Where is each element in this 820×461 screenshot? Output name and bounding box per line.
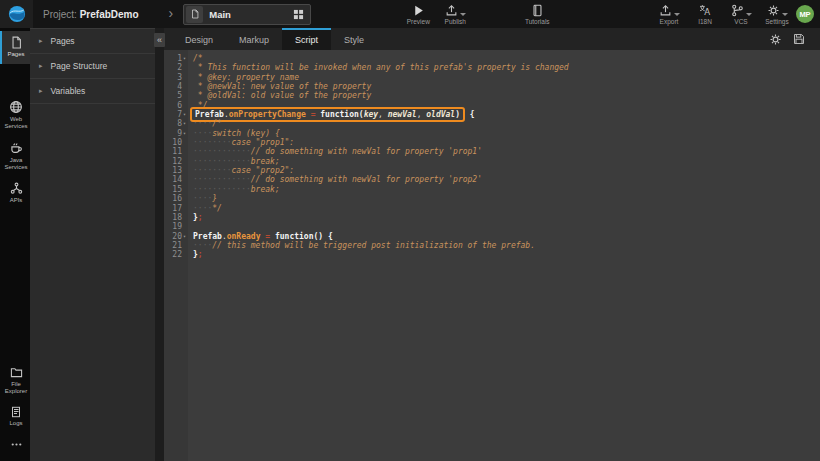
line-number: 9 — [177, 129, 182, 138]
book-icon — [531, 4, 544, 17]
code-line-2[interactable]: * This function will be invoked when any… — [193, 63, 820, 72]
expand-arrow-icon: ▸ — [39, 62, 43, 70]
code-line-7[interactable]: Prefab.onPropertyChange = function(key, … — [193, 110, 820, 119]
gear-icon — [767, 4, 780, 17]
vcs-button[interactable]: VCS — [726, 3, 756, 25]
code-line-17[interactable]: ····*/ — [193, 204, 820, 213]
gear-button[interactable] — [769, 33, 782, 46]
chevron-right-icon[interactable]: › — [169, 5, 174, 21]
code-line-5[interactable]: * @oldVal: old value of the property — [193, 91, 820, 100]
logo-icon — [8, 5, 26, 23]
rail-item-file-explorer[interactable]: File Explorer — [0, 361, 30, 401]
script-editor[interactable]: 1▾234567▾8▾9▾1011121314151617181920▾2122… — [164, 50, 820, 461]
editor-toolbar — [769, 28, 820, 50]
rail-item-pages[interactable]: Pages — [0, 31, 30, 64]
api-icon — [10, 182, 23, 195]
line-number: 19 — [172, 222, 182, 231]
line-number: 18 — [172, 213, 182, 222]
line-number: 11 — [172, 147, 182, 156]
i18n-button[interactable]: AI18N — [690, 3, 720, 25]
line-number: 10 — [172, 138, 182, 147]
rail-item-java-services[interactable]: Java Services — [0, 136, 30, 177]
code-content[interactable]: /* * This function will be invoked when … — [188, 50, 820, 461]
code-line-9[interactable]: ····switch (key) { — [193, 129, 820, 138]
tutorials-button[interactable]: Tutorials — [522, 3, 552, 25]
code-line-1[interactable]: /* — [193, 54, 820, 63]
tab-design[interactable]: Design — [172, 28, 226, 50]
code-line-11[interactable]: ············// do something with newVal … — [193, 147, 820, 156]
code-line-14[interactable]: ············// do something with newVal … — [193, 175, 820, 184]
code-line-3[interactable]: * @key: property name — [193, 73, 820, 82]
line-number: 2 — [177, 63, 182, 72]
line-number: 12 — [172, 157, 182, 166]
rail-item-label: Logs — [9, 420, 22, 427]
sidebar-section-page-structure[interactable]: ▸Page Structure — [30, 54, 155, 79]
save-button[interactable] — [793, 33, 805, 45]
toolbar-item-label: Publish — [445, 18, 466, 25]
rail-spacer — [0, 210, 30, 361]
rail-item-label: File Explorer — [2, 381, 30, 395]
caret-down-icon — [460, 13, 466, 16]
rail-item-apis[interactable]: APIs — [0, 177, 30, 210]
play-icon — [412, 4, 425, 17]
line-number: 15 — [172, 185, 182, 194]
coffee-icon — [9, 141, 23, 155]
page-tab-main[interactable]: Main — [183, 4, 311, 25]
rail-item-web-services[interactable]: Web Services — [0, 95, 30, 136]
line-number: 14 — [172, 175, 182, 184]
code-line-12[interactable]: ············break; — [193, 157, 820, 166]
code-line-18[interactable]: }; — [193, 213, 820, 222]
topbar-actions-right: ExportAI18NVCSSettings — [654, 3, 792, 25]
rail-item-label: Java Services — [2, 157, 30, 171]
line-number: 1 — [177, 54, 182, 63]
line-number: 22 — [172, 250, 182, 259]
left-icon-rail: PagesWeb ServicesJava ServicesAPIs File … — [0, 28, 30, 461]
code-line-13[interactable]: ········case "prop2": — [193, 166, 820, 175]
toolbar-item-label: Settings — [765, 18, 789, 25]
line-number: 20 — [172, 232, 182, 241]
settings-button[interactable]: Settings — [762, 3, 792, 25]
sidebar-section-variables[interactable]: ▸Variables — [30, 79, 155, 104]
line-number-gutter: 1▾234567▾8▾9▾1011121314151617181920▾2122 — [164, 50, 188, 461]
caret-down-icon — [746, 13, 752, 16]
highlight-box: Prefab.onPropertyChange = function(key, … — [190, 107, 465, 122]
editor-pane: DesignMarkupScriptStyle 1▾234567▾8▾9▾101… — [164, 28, 820, 461]
globe-icon — [9, 100, 23, 114]
collapse-panel-button[interactable]: « — [154, 33, 165, 47]
grid-icon[interactable] — [293, 9, 304, 20]
code-line-20[interactable]: Prefab.onReady = function() { — [193, 232, 820, 241]
upload-icon — [445, 4, 458, 17]
code-line-22[interactable]: }; — [193, 250, 820, 259]
tab-script[interactable]: Script — [282, 28, 331, 50]
code-line-19[interactable] — [193, 222, 820, 231]
line-number: 7 — [177, 110, 182, 119]
wavemaker-logo[interactable] — [0, 0, 33, 28]
tab-style[interactable]: Style — [331, 28, 377, 50]
rail-top-group: PagesWeb ServicesJava ServicesAPIs — [0, 31, 30, 210]
export-button[interactable]: Export — [654, 3, 684, 25]
publish-button[interactable]: Publish — [440, 3, 470, 25]
branch-icon — [731, 4, 744, 17]
panel-divider[interactable]: « — [155, 28, 164, 461]
code-line-15[interactable]: ············break; — [193, 185, 820, 194]
user-avatar[interactable]: MP — [796, 5, 814, 23]
topbar-actions-left: PreviewPublish — [403, 3, 470, 25]
code-line-10[interactable]: ········case "prop1": — [193, 138, 820, 147]
svg-text:A: A — [704, 7, 710, 17]
caret-down-icon — [674, 13, 680, 16]
code-line-4[interactable]: * @newVal: new value of the property — [193, 82, 820, 91]
upload-icon — [659, 4, 672, 17]
rail-item-logs[interactable]: Logs — [0, 401, 30, 433]
code-line-16[interactable]: ····} — [193, 194, 820, 203]
sidebar-section-pages[interactable]: ▸Pages — [30, 29, 155, 54]
line-number: 17 — [172, 204, 182, 213]
editor-tab-bar: DesignMarkupScriptStyle — [164, 28, 820, 50]
top-bar: Project: PrefabDemo › Main PreviewPublis… — [0, 0, 820, 28]
preview-button[interactable]: Preview — [403, 3, 433, 25]
editor-tabs: DesignMarkupScriptStyle — [172, 28, 377, 50]
tab-markup[interactable]: Markup — [226, 28, 282, 50]
code-line-21[interactable]: ····// this method will be triggered pos… — [193, 241, 820, 250]
project-title: Project: PrefabDemo — [43, 9, 139, 20]
left-panel: ▸Pages▸Page Structure▸Variables — [30, 28, 155, 461]
rail-item-item[interactable] — [0, 433, 30, 461]
